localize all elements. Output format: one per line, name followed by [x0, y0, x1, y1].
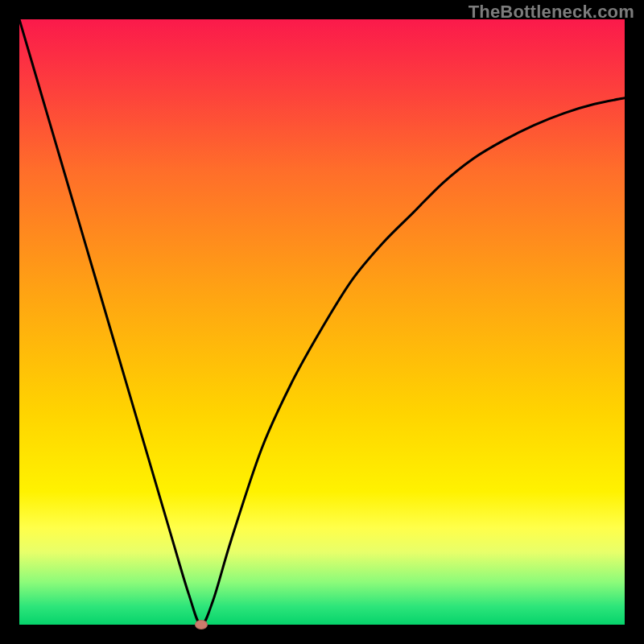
plot-area [19, 19, 625, 625]
min-marker [195, 620, 208, 630]
chart-frame: TheBottleneck.com [0, 0, 644, 644]
bottleneck-curve-path [19, 19, 625, 625]
curve-svg [19, 19, 625, 625]
watermark-text: TheBottleneck.com [469, 2, 634, 23]
